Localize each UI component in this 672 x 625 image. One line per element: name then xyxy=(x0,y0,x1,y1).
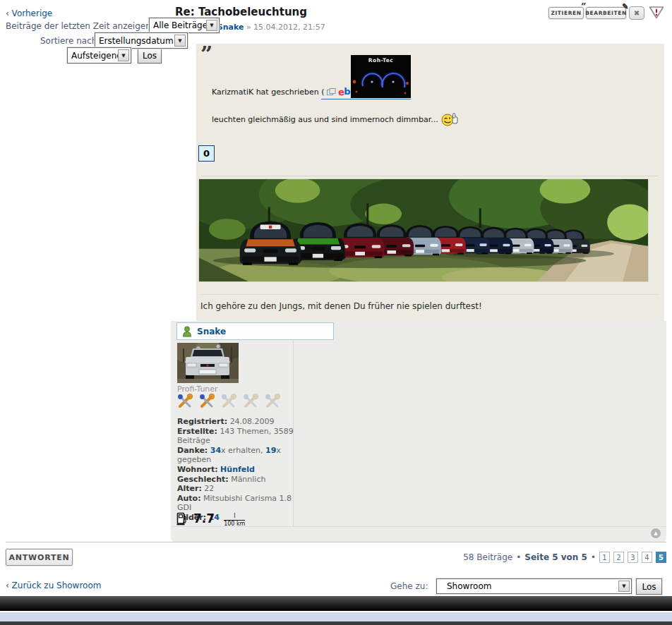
jump-to-select[interactable]: Showroom ▼ xyxy=(436,578,632,594)
link-underline xyxy=(321,99,411,99)
unit-numerator: l xyxy=(224,514,245,521)
thumbs-up-smiley-icon xyxy=(441,112,460,126)
page-info: Seite 5 von 5 xyxy=(524,552,587,562)
page-link-3[interactable]: 3 xyxy=(628,552,638,563)
jump-to-label: Gehe zu: xyxy=(390,581,428,591)
post-title: Re: Tachobeleuchtung xyxy=(175,6,307,18)
page-link-2[interactable]: 2 xyxy=(613,552,624,563)
scroll-to-top-button[interactable]: ▲ xyxy=(651,528,661,538)
chevron-down-icon: ▼ xyxy=(118,49,129,61)
field-label: Danke: xyxy=(177,446,208,455)
page-divider xyxy=(6,542,666,542)
jump-to-value: Showroom xyxy=(447,581,491,591)
edit-button[interactable]: BEARBEITEN ✎ xyxy=(586,7,626,19)
thanks-count-badge: 0 xyxy=(198,145,215,162)
chevron-down-icon: ▼ xyxy=(206,20,217,31)
display-posts-value: Alle Beiträge xyxy=(153,20,208,30)
previous-link[interactable]: ‹ Vorherige xyxy=(6,8,52,18)
display-posts-label: Beiträge der letzten Zeit anzeigen: xyxy=(6,21,154,31)
page-link-1[interactable]: 1 xyxy=(599,552,610,563)
rank-tools-icon-muted xyxy=(263,394,282,409)
author-link[interactable]: Snake xyxy=(217,23,244,32)
rank-tools-icon xyxy=(198,394,216,409)
thanks-given-link[interactable]: 19 xyxy=(265,446,276,455)
report-post-icon[interactable] xyxy=(648,6,665,20)
back-to-forum-link[interactable]: ‹ Zurück zu Showroom xyxy=(6,581,101,590)
ebay-letter: b xyxy=(344,87,350,96)
sort-by-label: Sortiere nach xyxy=(40,36,97,46)
field-label: Registriert: xyxy=(177,417,227,426)
profile-field-age: Alter: 22 xyxy=(177,484,294,494)
rank-icons xyxy=(176,394,282,409)
sort-order-value: Aufsteigend xyxy=(71,51,122,61)
sort-by-select[interactable]: Erstellungsdatum ▼ xyxy=(95,32,188,49)
profile-details: Registriert: 24.08.2009 Erstellte: 143 T… xyxy=(177,417,294,523)
bullet: • xyxy=(516,552,521,562)
sort-go-button[interactable]: Los xyxy=(138,47,162,63)
page-link-5-current[interactable]: 5 xyxy=(656,552,666,563)
dashboard-image-brand: Roh-Tec xyxy=(351,57,411,63)
quote-button[interactable]: ZITIEREN ” xyxy=(548,7,584,19)
field-value: Männlich xyxy=(231,475,265,484)
quoted-dashboard-image[interactable]: Roh-Tec xyxy=(351,55,411,98)
profile-field-created: Erstellte: 143 Themen, 3589 Beiträge xyxy=(177,427,294,446)
field-label: Auto: xyxy=(177,494,201,503)
field-label: Geschlecht: xyxy=(177,475,229,484)
blockquote-icon: ” xyxy=(200,44,212,65)
signature-text: Ich gehöre zu den Jungs, mit denen Du fr… xyxy=(200,301,482,311)
profile-field-thanks: Danke: 34x erhalten, 19x gegeben xyxy=(177,446,294,465)
fuel-consumption: 7.7 l100 km xyxy=(176,511,245,527)
field-label: Alter: xyxy=(177,484,202,493)
thanks-received-link[interactable]: 34 xyxy=(210,446,221,455)
pagination: 58 Beiträge • Seite 5 von 5 • 1 2 3 4 5 xyxy=(463,552,666,563)
forum-page: ‹ Vorherige Beiträge der letzten Zeit an… xyxy=(0,0,672,625)
footer-bar xyxy=(0,596,672,611)
location-link[interactable]: Hünfeld xyxy=(220,465,255,474)
chevron-down-icon: ▼ xyxy=(618,581,630,592)
post-divider xyxy=(201,176,659,176)
chevron-down-icon: ▼ xyxy=(174,35,186,47)
post-text-line: leuchten gleichmäßig aus und sind immern… xyxy=(212,112,460,126)
field-value: 24.08.2009 xyxy=(230,417,275,426)
jump-go-button[interactable]: Los xyxy=(636,578,662,595)
field-label: Erstellte: xyxy=(177,427,217,436)
fuel-consumption-unit: l100 km xyxy=(224,514,245,527)
bullet: • xyxy=(591,552,596,562)
field-label: Wohnort: xyxy=(177,465,218,474)
quote-attribution: KarizmatiK hat geschrieben ( ebaY xyxy=(212,87,364,97)
profile-field-registered: Registriert: 24.08.2009 xyxy=(177,417,294,427)
rank-title: Profi-Tuner xyxy=(177,384,218,394)
footer-strip-dark xyxy=(0,621,672,625)
rank-tools-icon-muted xyxy=(241,394,260,409)
post-bottom-divider xyxy=(172,526,666,527)
delete-post-button[interactable]: ✖ xyxy=(629,6,644,20)
post-text: leuchten gleichmäßig aus und sind immern… xyxy=(212,115,438,124)
ebay-letter: e xyxy=(337,87,344,97)
page-link-4[interactable]: 4 xyxy=(642,552,652,563)
rank-tools-icon xyxy=(176,394,194,409)
edit-button-label: BEARBEITEN xyxy=(585,10,627,16)
profile-field-location: Wohnort: Hünfeld xyxy=(177,465,294,475)
field-value: x erhalten, xyxy=(221,446,265,455)
profile-username-link[interactable]: Snake xyxy=(197,327,226,336)
external-link-icon[interactable] xyxy=(327,88,336,95)
signature-divider xyxy=(200,294,659,295)
rank-tools-icon-muted xyxy=(220,394,238,409)
byline-date: » 15.04.2012, 21:57 xyxy=(244,23,325,32)
profile-header: Snake xyxy=(176,322,334,340)
avatar xyxy=(177,343,239,383)
display-posts-select[interactable]: Alle Beiträge ▼ xyxy=(149,18,220,33)
unit-denominator: 100 km xyxy=(224,521,245,527)
profile-field-car: Auto: Mitsubishi Carisma 1.8 GDI xyxy=(177,494,294,513)
fuel-pump-icon xyxy=(176,511,186,526)
sort-order-select[interactable]: Aufsteigend ▼ xyxy=(67,47,131,63)
quote-attribution-text: KarizmatiK hat geschrieben ( xyxy=(212,87,325,97)
reply-button[interactable]: ANTWORTEN xyxy=(6,549,73,566)
fuel-consumption-value: 7.7 xyxy=(193,511,215,526)
car-lineup-photo xyxy=(198,178,649,282)
sort-by-value: Erstellungsdatum xyxy=(99,36,174,46)
field-value: 22 xyxy=(204,484,214,493)
user-icon xyxy=(182,326,192,337)
profile-field-gender: Geschlecht: Männlich xyxy=(177,475,294,485)
pencil-icon: ✎ xyxy=(622,2,629,11)
